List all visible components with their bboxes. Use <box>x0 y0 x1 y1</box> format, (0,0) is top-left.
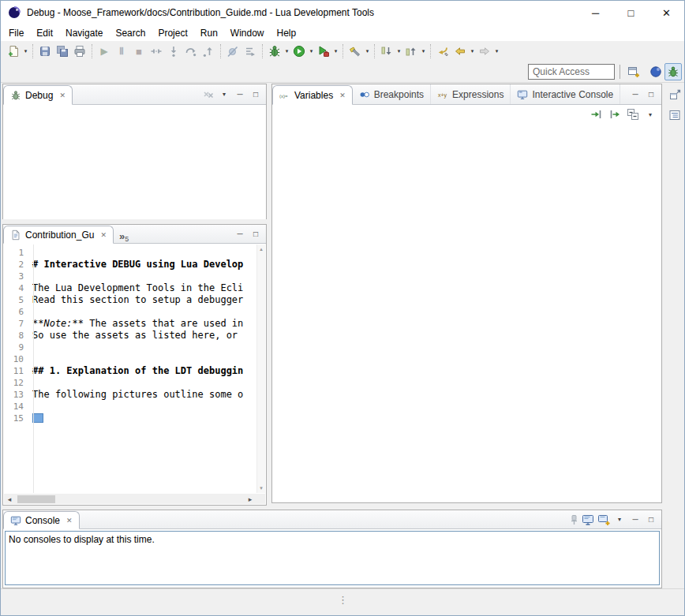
editor-content[interactable]: 1 2# Interactive DEBUG using Lua Develop… <box>4 245 256 493</box>
terminate-button[interactable]: ■ <box>130 43 148 60</box>
debug-button[interactable] <box>266 43 283 60</box>
tab-interactive-console[interactable]: Interactive Console <box>511 84 620 104</box>
tab-overflow-indicator[interactable]: »5 <box>114 228 134 243</box>
lua-perspective-button[interactable] <box>647 63 664 80</box>
close-button[interactable]: ✕ <box>649 1 684 24</box>
resume-button[interactable]: ▶ <box>95 43 113 60</box>
next-annotation-button[interactable] <box>378 43 395 60</box>
tab-close-icon[interactable]: ✕ <box>59 91 66 99</box>
outline-view-button[interactable] <box>666 106 683 124</box>
maximize-view-button[interactable]: □ <box>644 513 658 527</box>
toolbar-separator <box>342 44 343 58</box>
step-over-button[interactable] <box>182 43 200 60</box>
minimize-button[interactable]: ─ <box>578 1 613 24</box>
scroll-down-icon[interactable]: ▾ <box>260 483 263 493</box>
horizontal-scrollbar[interactable]: ◂ ▸ <box>4 494 256 504</box>
pin-console-button[interactable] <box>565 513 579 527</box>
view-menu-icon[interactable]: ▾ <box>643 107 657 121</box>
expressions-icon: x+y <box>437 89 448 100</box>
export-button[interactable] <box>607 106 623 122</box>
back-button[interactable] <box>451 43 469 60</box>
tab-close-icon[interactable]: ✕ <box>339 91 346 99</box>
step-return-button[interactable] <box>200 43 217 60</box>
remove-terminated-button[interactable] <box>201 88 215 102</box>
step-into-button[interactable] <box>165 43 182 60</box>
tab-expressions[interactable]: x+y Expressions <box>431 84 511 104</box>
tab-label: Contribution_Gu <box>25 230 94 241</box>
vertical-scrollbar[interactable]: ▴ ▾ <box>256 245 265 493</box>
run-button[interactable] <box>290 43 308 60</box>
tab-close-icon[interactable]: ✕ <box>100 231 107 239</box>
menu-search[interactable]: Search <box>109 25 152 41</box>
previous-annotation-button[interactable] <box>402 43 420 60</box>
menu-run[interactable]: Run <box>194 25 224 41</box>
tab-label: Breakpoints <box>374 89 424 100</box>
open-console-button[interactable] <box>597 513 611 527</box>
console-content[interactable]: No consoles to display at this time. <box>5 531 660 585</box>
menu-edit[interactable]: Edit <box>30 25 59 41</box>
back-dropdown-icon[interactable]: ▾ <box>469 48 476 54</box>
save-all-button[interactable] <box>54 43 71 60</box>
tab-contribution-guide[interactable]: Contribution_Gu ✕ <box>3 226 114 244</box>
import-button[interactable] <box>589 106 605 122</box>
variables-content[interactable] <box>273 124 661 502</box>
forward-button[interactable] <box>476 43 493 60</box>
tab-label: Expressions <box>452 89 503 100</box>
new-wizard-button[interactable] <box>5 43 22 60</box>
minimize-view-button[interactable]: ─ <box>233 88 247 102</box>
tab-close-icon[interactable]: ✕ <box>66 517 73 525</box>
open-perspective-button[interactable] <box>625 63 642 80</box>
step-filters-button[interactable] <box>241 43 259 60</box>
maximize-view-button[interactable]: □ <box>644 88 658 102</box>
menu-window[interactable]: Window <box>224 25 271 41</box>
next-annotation-dropdown-icon[interactable]: ▾ <box>395 48 402 54</box>
debug-dropdown-icon[interactable]: ▾ <box>283 48 290 54</box>
maximize-view-button[interactable]: □ <box>249 227 263 241</box>
collapse-all-button[interactable] <box>625 106 641 122</box>
debug-view-content[interactable] <box>3 105 266 219</box>
search-button[interactable] <box>346 43 364 60</box>
menu-project[interactable]: Project <box>152 25 193 41</box>
last-edit-location-button[interactable] <box>434 43 451 60</box>
tab-variables[interactable]: (x)= Variables ✕ <box>272 85 353 105</box>
minimize-view-button[interactable]: ─ <box>233 227 247 241</box>
debug-perspective-button[interactable] <box>664 63 682 80</box>
scroll-left-icon[interactable]: ◂ <box>4 495 15 503</box>
display-console-button[interactable] <box>581 513 595 527</box>
menu-help[interactable]: Help <box>271 25 303 41</box>
search-dropdown-icon[interactable]: ▾ <box>364 48 371 54</box>
maximize-view-button[interactable]: □ <box>249 88 263 102</box>
restore-view-button[interactable] <box>666 87 683 104</box>
tab-console[interactable]: Console ✕ <box>3 511 80 529</box>
minimize-view-button[interactable]: ─ <box>628 513 642 527</box>
menu-navigate[interactable]: Navigate <box>59 25 109 41</box>
new-dropdown-icon[interactable]: ▾ <box>22 48 29 54</box>
external-tools-icon <box>317 45 330 58</box>
breakpoints-icon <box>359 89 370 100</box>
minimize-view-button[interactable]: ─ <box>628 88 642 102</box>
run-dropdown-icon[interactable]: ▾ <box>308 48 315 54</box>
scrollbar-thumb[interactable] <box>17 495 55 503</box>
view-menu-icon[interactable]: ▾ <box>217 88 231 102</box>
external-tools-button[interactable] <box>315 43 332 60</box>
menu-file[interactable]: File <box>2 25 30 41</box>
sash-grip-icon[interactable]: ⋮ <box>338 594 347 606</box>
quick-access-input[interactable] <box>528 64 615 80</box>
previous-annotation-dropdown-icon[interactable]: ▾ <box>420 48 427 54</box>
save-button[interactable] <box>36 43 54 60</box>
tab-debug[interactable]: Debug ✕ <box>3 85 73 105</box>
tab-breakpoints[interactable]: Breakpoints <box>353 84 431 104</box>
step-return-icon <box>202 45 215 58</box>
scroll-right-icon[interactable]: ▸ <box>245 495 256 503</box>
disconnect-button[interactable] <box>148 43 165 60</box>
suspend-button[interactable]: Ⅱ <box>113 43 130 60</box>
forward-dropdown-icon[interactable]: ▾ <box>493 48 500 54</box>
maximize-button[interactable]: □ <box>613 1 649 24</box>
print-button[interactable] <box>71 43 88 60</box>
print-icon <box>73 45 86 58</box>
open-console-dropdown-icon[interactable]: ▾ <box>612 513 627 527</box>
external-tools-dropdown-icon[interactable]: ▾ <box>332 48 339 54</box>
line-number: 7 <box>4 318 28 330</box>
scroll-up-icon[interactable]: ▴ <box>260 245 263 254</box>
skip-breakpoints-button[interactable] <box>224 43 241 60</box>
